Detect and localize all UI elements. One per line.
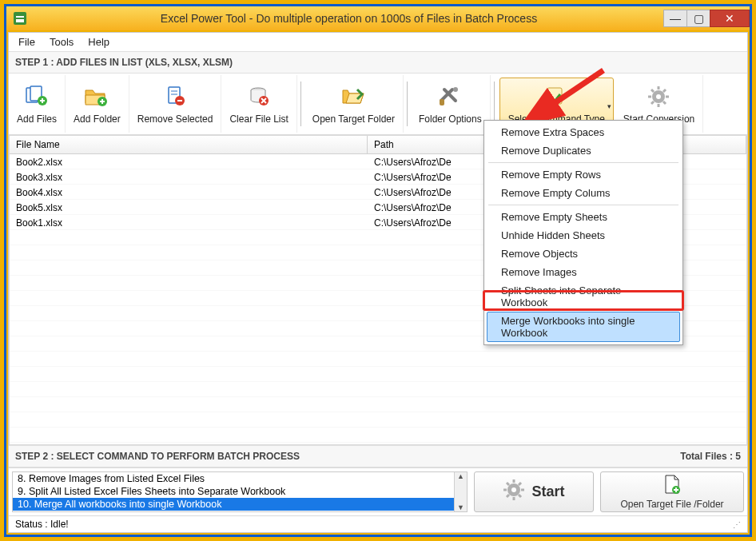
open-target-file-folder-button[interactable]: Open Target File /Folder [600,471,744,512]
menu-tools[interactable]: Tools [50,36,74,48]
remove-selected-label: Remove Selected [137,113,213,125]
resize-grip-icon[interactable]: ⋰ [733,520,741,529]
total-files-label: Total Files : 5 [680,451,741,462]
svg-line-26 [651,101,654,104]
toolbar-separator [300,82,301,126]
svg-line-33 [507,483,509,485]
clear-file-list-button[interactable]: Clear File List [221,75,296,133]
svg-line-25 [663,90,666,92]
start-button-label: Start [531,483,564,500]
start-conversion-icon [646,83,673,110]
gear-icon [503,479,525,505]
scrollbar[interactable]: ▲▼ [454,472,467,511]
add-files-label: Add Files [17,113,57,125]
list-item[interactable]: 8. Remove Images from Listed Excel Files [13,472,467,485]
menu-separator [488,162,678,163]
open-target-folder-button[interactable]: Open Target Folder [304,75,404,133]
add-folder-label: Add Folder [74,113,121,125]
file-open-icon [663,474,681,497]
svg-rect-14 [440,99,444,105]
menu-item[interactable]: Remove Empty Colums [487,184,680,202]
menu-item[interactable]: Unhide Hidden Sheets [487,226,680,245]
step1-label: STEP 1 : ADD FILES IN LIST (XLS, XLSX, X… [9,52,747,74]
menu-separator [488,205,678,205]
svg-line-35 [519,483,521,485]
menu-item[interactable]: Remove Empty Rows [487,165,680,184]
menu-help[interactable]: Help [88,36,109,48]
maximize-button[interactable]: ▢ [686,10,710,27]
add-folder-icon [83,83,110,110]
menu-file[interactable]: File [18,36,35,48]
menu-item[interactable]: Split Sheets into Separate Workbook [487,281,680,312]
menu-item[interactable]: Remove Objects [487,245,680,263]
remove-selected-icon [161,83,189,110]
folder-options-button[interactable]: Folder Options [411,75,491,133]
menu-item[interactable]: Remove Duplicates [487,141,680,160]
toolbar-separator [407,82,408,126]
svg-line-38 [547,70,603,108]
window-title: Excel Power Tool - Do multiple operation… [34,12,664,25]
svg-line-34 [519,495,521,497]
svg-rect-3 [16,18,24,19]
annotation-arrow-icon [515,64,611,120]
svg-point-15 [453,87,458,92]
add-files-button[interactable]: Add Files [9,75,66,133]
remove-selected-button[interactable]: Remove Selected [129,75,222,133]
clear-file-list-label: Clear File List [229,113,288,125]
svg-point-28 [511,487,516,492]
svg-line-24 [663,101,666,104]
open-target-folder-label: Open Target Folder [312,113,395,125]
svg-point-18 [656,94,661,99]
command-listbox[interactable]: 8. Remove Images from Listed Excel Files… [12,471,468,512]
open-target-folder-icon [340,83,367,110]
status-text: Status : Idle! [15,519,69,530]
titlebar: Excel Power Tool - Do multiple operation… [6,6,750,30]
menu-item[interactable]: Remove Extra Spaces [487,123,680,141]
list-item[interactable]: 10. Merge All workbooks into single Work… [13,498,467,511]
menu-item[interactable]: Remove Empty Sheets [487,208,680,226]
open-target-file-folder-label: Open Target File /Folder [620,499,723,510]
list-item[interactable]: 9. Split All Listed Excel Files Sheets i… [13,485,467,498]
svg-line-36 [507,495,509,497]
step2-label: STEP 2 : SELECT COMMAND TO PERFORM BATCH… [15,451,300,462]
close-button[interactable]: ✕ [710,10,750,27]
svg-line-23 [651,90,654,92]
menu-item[interactable]: Remove Images [487,263,680,281]
add-folder-button[interactable]: Add Folder [66,75,129,133]
folder-options-label: Folder Options [419,113,482,125]
clear-file-list-icon [245,83,273,110]
folder-options-icon [436,83,464,110]
svg-rect-2 [16,14,24,16]
start-button[interactable]: Start [474,471,594,512]
command-type-dropdown: Remove Extra Spaces Remove Duplicates Re… [483,120,683,345]
app-icon [11,10,29,27]
minimize-button[interactable]: — [663,10,687,27]
column-file-name[interactable]: File Name [10,136,368,153]
add-files-icon [23,83,50,110]
menu-item-highlighted[interactable]: Merge Workbooks into single Workbook [487,312,680,342]
